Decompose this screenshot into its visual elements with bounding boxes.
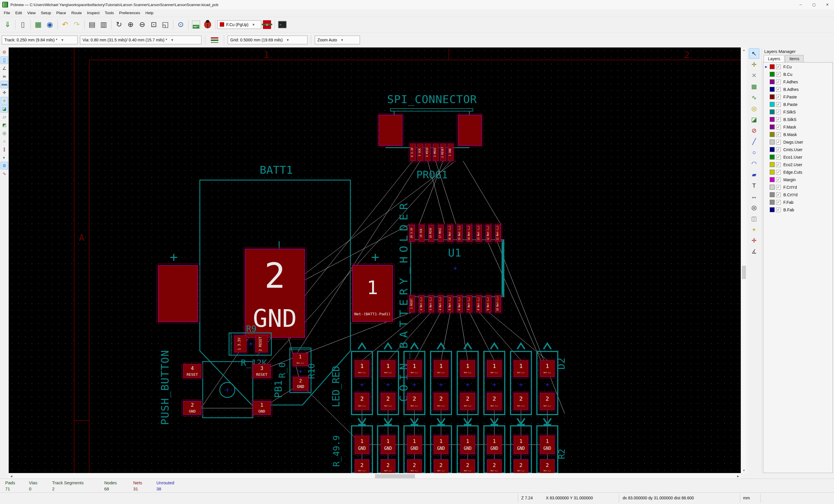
zoom-fit-icon[interactable]: ⊡: [148, 19, 159, 30]
layer-row-edge.cuts[interactable]: ✓Edge.Cuts: [763, 168, 833, 176]
layer-color-swatch[interactable]: [770, 94, 775, 99]
polar-coords-icon[interactable]: ∠: [1, 65, 8, 72]
vertical-scrollbar[interactable]: ▲ ▼: [741, 47, 747, 473]
highlight-net-icon[interactable]: ✛: [749, 59, 759, 70]
layer-color-swatch[interactable]: [770, 140, 775, 144]
via-size-selector[interactable]: Via: 0.80 mm (31.5 mils)/ 0.40 mm (15.7 …: [80, 36, 201, 44]
layer-visibility-checkbox[interactable]: ✓: [776, 117, 781, 122]
layer-color-swatch[interactable]: [770, 162, 775, 167]
layer-row-b.paste[interactable]: ✓B.Paste: [763, 101, 833, 108]
pad[interactable]: [379, 115, 402, 145]
zoom-out-icon[interactable]: ⊖: [136, 19, 148, 30]
high-contrast-icon[interactable]: ◐: [1, 154, 8, 161]
menu-route[interactable]: Route: [69, 10, 84, 16]
layer-color-swatch[interactable]: [770, 64, 775, 69]
minimize-button[interactable]: ─: [794, 0, 807, 9]
layer-visibility-checkbox[interactable]: ✓: [776, 87, 781, 92]
layer-visibility-checkbox[interactable]: ✓: [776, 185, 781, 190]
layer-visibility-checkbox[interactable]: ✓: [776, 170, 781, 175]
layer-selector[interactable]: F.Cu (PgUp) ▼: [217, 20, 261, 29]
zoom-in-icon[interactable]: ⊕: [125, 19, 136, 30]
layers-panel-toggle-icon[interactable]: ≣: [1, 162, 8, 169]
layer-visibility-checkbox[interactable]: ✓: [776, 110, 781, 114]
auto-track-width-icon[interactable]: [209, 34, 220, 46]
maximize-button[interactable]: ▢: [807, 0, 821, 9]
layer-row-eco2.user[interactable]: ✓Eco2.User: [763, 161, 833, 168]
zoom-selector[interactable]: Zoom Auto ▼: [315, 36, 360, 44]
layer-row-f.cu[interactable]: ▶✓F.Cu: [763, 63, 833, 71]
layer-visibility-checkbox[interactable]: ✓: [776, 95, 781, 99]
undo-icon[interactable]: ↶: [59, 19, 71, 30]
layer-color-swatch[interactable]: [770, 200, 775, 205]
layer-color-swatch[interactable]: [770, 132, 775, 137]
pad[interactable]: [458, 115, 482, 145]
layer-visibility-checkbox[interactable]: ✓: [776, 208, 781, 212]
zones-filled-icon[interactable]: ◪: [1, 105, 8, 113]
layer-row-f.mask[interactable]: ✓F.Mask: [763, 123, 833, 131]
layer-row-f.adhes[interactable]: ✓F.Adhes: [763, 78, 833, 86]
menu-help[interactable]: Help: [143, 10, 156, 16]
layer-color-swatch[interactable]: [770, 102, 775, 107]
layer-visibility-checkbox[interactable]: ✓: [776, 102, 781, 107]
zones-sketch-icon[interactable]: ◩: [1, 121, 8, 129]
footprint-browser-icon[interactable]: ◉: [44, 19, 56, 30]
grid-visibility-icon[interactable]: ⣿: [1, 56, 8, 64]
layer-visibility-checkbox[interactable]: ✓: [776, 192, 781, 197]
vias-sketch-icon[interactable]: ○: [1, 138, 8, 145]
print-icon[interactable]: ▤: [86, 19, 98, 30]
redo-icon[interactable]: ↷: [71, 19, 83, 30]
layer-row-b.crtyd[interactable]: ✓B.CrtYd: [763, 191, 833, 199]
netlist-icon[interactable]: NET: [190, 19, 202, 30]
zones-outline-icon[interactable]: ▱: [1, 113, 8, 121]
layer-color-swatch[interactable]: [770, 192, 775, 197]
close-button[interactable]: ✕: [821, 0, 834, 9]
measure-tool-icon[interactable]: ∡: [749, 246, 759, 257]
microwave-tools-icon[interactable]: ∿: [1, 170, 8, 178]
add-arc-icon[interactable]: ◠: [749, 158, 759, 169]
select-tool-icon[interactable]: ↖: [749, 48, 759, 59]
via-track-swap-icon[interactable]: υ: [261, 19, 273, 30]
layer-color-swatch[interactable]: [770, 155, 775, 160]
layer-visibility-checkbox[interactable]: ✓: [776, 132, 781, 137]
scroll-left-icon[interactable]: ◀: [9, 473, 14, 479]
layer-row-eco1.user[interactable]: ✓Eco1.User: [763, 154, 833, 161]
layer-color-swatch[interactable]: [770, 177, 775, 182]
layer-visibility-checkbox[interactable]: ✓: [776, 147, 781, 152]
plot-icon[interactable]: ▥: [98, 19, 109, 30]
local-ratsnest-icon[interactable]: ✕: [749, 70, 759, 81]
layer-color-swatch[interactable]: [770, 124, 775, 130]
layer-color-swatch[interactable]: [770, 170, 775, 175]
add-zone-icon[interactable]: ◪: [749, 114, 759, 125]
add-target-icon[interactable]: ◎: [749, 202, 759, 213]
add-polygon-icon[interactable]: ▰: [749, 169, 759, 180]
layer-visibility-checkbox[interactable]: ✓: [776, 162, 781, 167]
drc-off-icon[interactable]: ⊘: [1, 48, 8, 56]
layer-row-b.fab[interactable]: ✓B.Fab: [763, 206, 833, 214]
layer-visibility-checkbox[interactable]: ✓: [776, 140, 781, 144]
menu-inspect[interactable]: Inspect: [84, 10, 102, 16]
layer-row-b.silks[interactable]: ✓B.SilkS: [763, 116, 833, 123]
tab-items[interactable]: Items: [785, 55, 804, 62]
zoom-selection-icon[interactable]: ◱: [159, 19, 171, 30]
layer-visibility-checkbox[interactable]: ✓: [776, 155, 781, 160]
drill-origin-icon[interactable]: ⌖: [749, 224, 759, 235]
horizontal-scroll-thumb[interactable]: [375, 474, 415, 478]
pcb-canvas[interactable]: 1 2 A SPI_CONNECTOR 6 3.3V5 SCK4 MISO3: [9, 47, 741, 473]
menu-preferences[interactable]: Preferences: [116, 10, 143, 16]
add-circle-icon[interactable]: ○: [749, 147, 759, 158]
footprint-editor-icon[interactable]: ▦: [32, 19, 44, 30]
menu-tools[interactable]: Tools: [102, 10, 117, 16]
layer-visibility-checkbox[interactable]: ✓: [776, 200, 781, 205]
layer-row-b.cu[interactable]: ✓B.Cu: [763, 71, 833, 78]
redraw-icon[interactable]: ↻: [113, 19, 125, 30]
scripting-console-icon[interactable]: >_: [277, 19, 288, 30]
grid-selector[interactable]: Grid: 0.5000 mm (19.69 mils) ▼: [227, 36, 308, 44]
route-tracks-icon[interactable]: ∿: [749, 92, 759, 103]
menu-view[interactable]: View: [25, 10, 38, 16]
layer-visibility-checkbox[interactable]: ✓: [776, 79, 781, 84]
layer-visibility-checkbox[interactable]: ✓: [776, 178, 781, 182]
layer-visibility-checkbox[interactable]: ✓: [776, 72, 781, 77]
horizontal-scrollbar[interactable]: ◀ ▶: [9, 473, 741, 479]
add-dimension-icon[interactable]: ↔: [749, 191, 759, 202]
layer-color-swatch[interactable]: [770, 117, 775, 122]
